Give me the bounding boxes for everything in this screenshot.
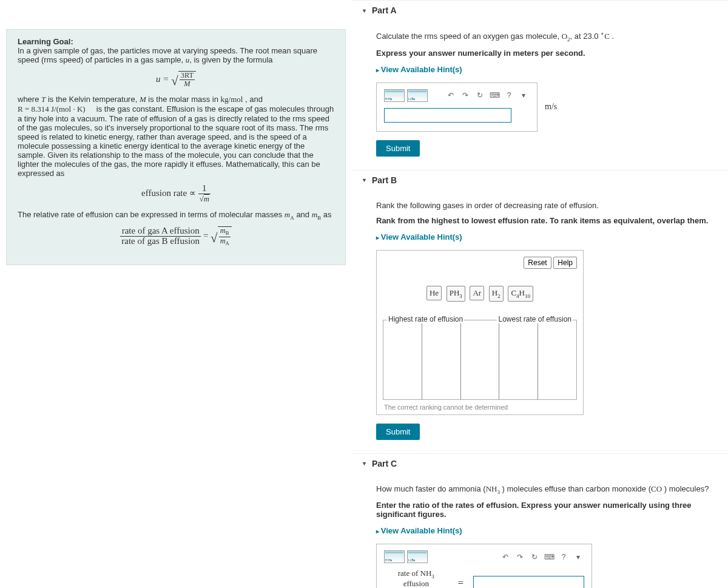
reset-icon[interactable]: ↻ bbox=[528, 552, 541, 562]
part-c-header[interactable]: Part C bbox=[352, 453, 728, 473]
periodic-table-icon[interactable]: H He bbox=[384, 550, 405, 563]
ranking-right-label: Lowest rate of effusion bbox=[497, 315, 573, 323]
part-c-hints-link[interactable]: View Available Hint(s) bbox=[376, 526, 462, 535]
ranking-items-pool: He PH3 Ar H2 C4H10 bbox=[383, 286, 577, 302]
redo-icon[interactable]: ↷ bbox=[459, 90, 471, 100]
ranking-widget: Reset Help He PH3 Ar H2 C4H10 Highest ra… bbox=[376, 250, 584, 415]
learning-goal-panel: Learning Goal: In a given sample of gas,… bbox=[6, 29, 346, 265]
part-a-question: Calculate the rms speed of an oxygen gas… bbox=[376, 31, 716, 42]
chevron-down-icon bbox=[363, 7, 366, 14]
rms-formula: u = √3RTM bbox=[18, 71, 334, 89]
part-a-header[interactable]: Part A bbox=[352, 0, 728, 20]
chevron-down-icon bbox=[363, 177, 366, 183]
relative-rate-formula: rate of gas A effusionrate of gas B effu… bbox=[18, 226, 334, 246]
periodic-table-icon-2[interactable]: Li Be bbox=[407, 89, 428, 102]
part-a-instructions: Express your answer numerically in meter… bbox=[376, 49, 716, 58]
gas-tag[interactable]: Ar bbox=[470, 286, 484, 300]
keyboard-icon[interactable]: ⌨ bbox=[543, 552, 555, 562]
part-c-ratio-label: rate of NH3 effusion rate of CO effusion bbox=[384, 569, 448, 588]
ranking-left-label: Highest rate of effusion bbox=[387, 315, 464, 323]
part-c-answer-box: H He Li Be ↶ ↷ ↻ ⌨ ? ▾ rate of NH3 effus… bbox=[376, 544, 592, 588]
gas-tag[interactable]: He bbox=[426, 286, 442, 300]
part-b-instructions: Rank from the highest to lowest effusion… bbox=[376, 216, 716, 225]
part-a-body: Calculate the rms speed of an oxygen gas… bbox=[352, 20, 728, 170]
part-c-answer-input[interactable] bbox=[473, 576, 584, 588]
redo-icon[interactable]: ↷ bbox=[514, 552, 526, 562]
gas-tag[interactable]: H2 bbox=[489, 286, 504, 302]
ranking-note: The correct ranking cannot be determined bbox=[383, 401, 577, 413]
more-icon[interactable]: ▾ bbox=[517, 90, 530, 100]
part-c-body: How much faster do ammonia (NH3 ) molecu… bbox=[352, 473, 728, 588]
ranking-reset-button[interactable]: Reset bbox=[524, 257, 551, 269]
part-c-instructions: Enter the ratio of the rates of effusion… bbox=[376, 501, 716, 519]
more-icon[interactable]: ▾ bbox=[572, 552, 584, 562]
part-a-hints-link[interactable]: View Available Hint(s) bbox=[376, 65, 462, 74]
help-icon[interactable]: ? bbox=[503, 90, 515, 100]
part-a-unit: m/s bbox=[545, 102, 557, 112]
periodic-table-icon-2[interactable]: Li Be bbox=[407, 550, 428, 563]
part-b-header[interactable]: Part B bbox=[352, 170, 728, 190]
part-b-hints-link[interactable]: View Available Hint(s) bbox=[376, 232, 462, 242]
help-icon[interactable]: ? bbox=[558, 552, 570, 562]
part-b-body: Rank the following gases in order of dec… bbox=[352, 190, 728, 453]
part-c-question: How much faster do ammonia (NH3 ) molecu… bbox=[376, 484, 716, 495]
ranking-dropzone[interactable]: Highest rate of effusion Lowest rate of … bbox=[383, 320, 577, 400]
undo-icon[interactable]: ↶ bbox=[445, 90, 457, 100]
gas-tag[interactable]: PH3 bbox=[447, 286, 465, 302]
chevron-down-icon bbox=[363, 460, 366, 467]
undo-icon[interactable]: ↶ bbox=[499, 552, 511, 562]
part-a-submit-button[interactable]: Submit bbox=[376, 140, 420, 157]
ranking-help-button[interactable]: Help bbox=[553, 257, 577, 269]
reset-icon[interactable]: ↻ bbox=[474, 90, 486, 100]
effusion-formula: effusion rate ∝ 1√m bbox=[18, 184, 334, 204]
part-a-answer-box: H He Li Be ↶ ↷ ↻ ⌨ ? ▾ bbox=[376, 83, 538, 132]
learning-goal-heading: Learning Goal: bbox=[18, 37, 73, 46]
part-b-submit-button[interactable]: Submit bbox=[376, 424, 420, 440]
keyboard-icon[interactable]: ⌨ bbox=[488, 90, 500, 100]
part-a-answer-input[interactable] bbox=[384, 108, 511, 123]
gas-tag[interactable]: C4H10 bbox=[508, 286, 533, 302]
periodic-table-icon[interactable]: H He bbox=[384, 89, 405, 102]
part-b-question: Rank the following gases in order of dec… bbox=[376, 201, 716, 210]
